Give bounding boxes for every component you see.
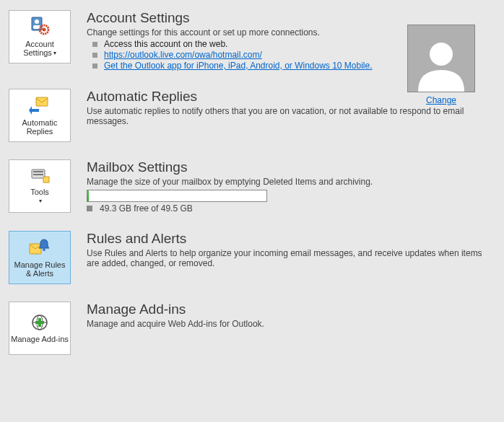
svg-rect-6 bbox=[36, 97, 48, 106]
account-settings-tile-label: Account Settings▾ bbox=[9, 40, 70, 58]
section-rules: Manage Rules & Alerts Rules and Alerts U… bbox=[9, 231, 495, 284]
rules-alerts-icon bbox=[28, 238, 51, 259]
mailbox-heading: Mailbox Settings bbox=[87, 159, 495, 175]
addins-tile-label: Manage Add-ins bbox=[9, 335, 70, 343]
svg-rect-9 bbox=[33, 174, 43, 175]
account-settings-button[interactable]: Account Settings▾ bbox=[9, 10, 71, 63]
tools-icon bbox=[29, 167, 51, 186]
profile-block: Change bbox=[407, 25, 475, 105]
svg-rect-10 bbox=[43, 177, 49, 183]
change-profile-link[interactable]: Change bbox=[426, 95, 456, 105]
section-mailbox: Tools▾ Mailbox Settings Manage the size … bbox=[9, 159, 495, 214]
addins-heading: Manage Add-ins bbox=[87, 302, 495, 317]
rules-desc: Use Rules and Alerts to help organize yo… bbox=[87, 248, 495, 268]
mailbox-usage-bar bbox=[87, 190, 267, 202]
svg-rect-8 bbox=[33, 171, 43, 172]
section-addins: Manage Add-ins Manage Add-ins Manage and… bbox=[9, 302, 495, 355]
svg-point-5 bbox=[430, 43, 453, 66]
auto-replies-desc: Use automatic replies to notify others t… bbox=[87, 106, 495, 126]
svg-point-12 bbox=[43, 248, 45, 251]
automatic-replies-button[interactable]: Automatic Replies bbox=[9, 89, 71, 142]
tools-button[interactable]: Tools▾ bbox=[9, 159, 71, 213]
avatar bbox=[407, 25, 475, 92]
automatic-replies-tile-label: Automatic Replies bbox=[9, 118, 70, 136]
rules-heading: Rules and Alerts bbox=[87, 231, 495, 247]
mailbox-desc: Manage the size of your mailbox by empty… bbox=[87, 177, 495, 187]
tools-tile-label: Tools▾ bbox=[29, 188, 51, 206]
addins-desc: Manage and acquire Web Add-ins for Outlo… bbox=[87, 319, 495, 329]
mailbox-storage-text: 49.3 GB free of 49.5 GB bbox=[87, 203, 495, 214]
account-settings-heading: Account Settings bbox=[87, 10, 495, 26]
manage-rules-alerts-button[interactable]: Manage Rules & Alerts bbox=[9, 231, 71, 284]
account-settings-icon bbox=[29, 16, 51, 38]
outlook-web-link[interactable]: https://outlook.live.com/owa/hotmail.com… bbox=[104, 50, 262, 60]
svg-rect-17 bbox=[35, 321, 44, 324]
svg-point-4 bbox=[43, 27, 46, 31]
addins-icon bbox=[30, 314, 50, 333]
rules-tile-label: Manage Rules & Alerts bbox=[9, 260, 70, 278]
svg-point-1 bbox=[35, 19, 39, 24]
manage-addins-button[interactable]: Manage Add-ins bbox=[9, 302, 71, 355]
automatic-replies-icon bbox=[29, 96, 51, 117]
outlook-app-link[interactable]: Get the Outlook app for iPhone, iPad, An… bbox=[104, 61, 373, 71]
